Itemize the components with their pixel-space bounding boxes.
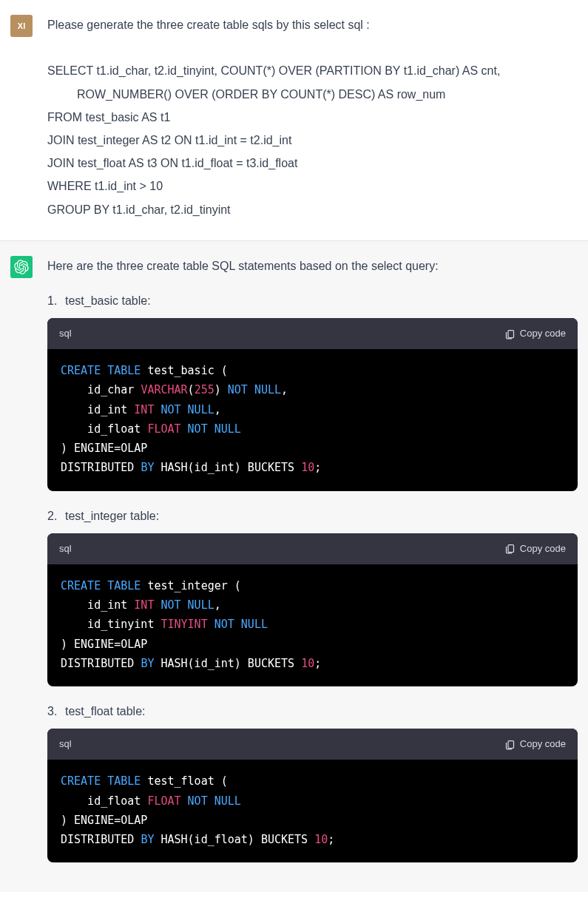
list-number: 3. bbox=[47, 701, 58, 721]
openai-logo-icon bbox=[14, 260, 29, 274]
code-header: sql Copy code bbox=[47, 318, 578, 349]
assistant-message: Here are the three create table SQL stat… bbox=[0, 241, 588, 893]
assistant-avatar bbox=[10, 256, 33, 278]
list-label: test_integer table: bbox=[65, 506, 159, 526]
svg-rect-2 bbox=[508, 740, 514, 748]
list-item-3: 3. test_float table: bbox=[47, 701, 578, 721]
user-sql-line: ROW_NUMBER() OVER (ORDER BY COUNT(*) DES… bbox=[47, 84, 578, 104]
copy-code-label: Copy code bbox=[520, 325, 566, 342]
svg-rect-1 bbox=[508, 545, 514, 553]
copy-code-button[interactable]: Copy code bbox=[504, 541, 566, 557]
clipboard-icon bbox=[504, 328, 516, 340]
list-number: 2. bbox=[47, 506, 58, 526]
code-header: sql Copy code bbox=[47, 533, 578, 564]
copy-code-button[interactable]: Copy code bbox=[504, 736, 566, 752]
user-sql-line: JOIN test_float AS t3 ON t1.id_float = t… bbox=[47, 153, 578, 173]
copy-code-label: Copy code bbox=[520, 541, 566, 557]
user-message: XI Please generate the three create tabl… bbox=[0, 0, 588, 241]
code-header: sql Copy code bbox=[47, 729, 578, 760]
copy-code-label: Copy code bbox=[520, 736, 566, 752]
list-label: test_basic table: bbox=[65, 291, 151, 311]
clipboard-icon bbox=[504, 739, 516, 750]
code-lang-label: sql bbox=[59, 325, 72, 342]
code-body[interactable]: CREATE TABLE test_integer ( id_int INT N… bbox=[47, 564, 578, 686]
clipboard-icon bbox=[504, 543, 516, 554]
code-block-3: sql Copy code CREATE TABLE test_float ( … bbox=[47, 729, 578, 862]
user-sql-line: FROM test_basic AS t1 bbox=[47, 107, 578, 127]
user-sql-line: JOIN test_integer AS t2 ON t1.id_int = t… bbox=[47, 130, 578, 150]
user-sql-line: WHERE t1.id_int > 10 bbox=[47, 176, 578, 196]
list-item-1: 1. test_basic table: bbox=[47, 291, 578, 311]
code-block-1: sql Copy code CREATE TABLE test_basic ( … bbox=[47, 318, 578, 491]
assistant-intro: Here are the three create table SQL stat… bbox=[47, 256, 578, 276]
user-content: Please generate the three create table s… bbox=[47, 15, 578, 223]
code-lang-label: sql bbox=[59, 541, 72, 557]
assistant-content: Here are the three create table SQL stat… bbox=[47, 256, 578, 875]
user-prompt-intro: Please generate the three create table s… bbox=[47, 15, 578, 35]
list-label: test_float table: bbox=[65, 701, 146, 721]
list-number: 1. bbox=[47, 291, 58, 311]
list-item-2: 2. test_integer table: bbox=[47, 506, 578, 526]
copy-code-button[interactable]: Copy code bbox=[504, 325, 566, 342]
code-lang-label: sql bbox=[59, 736, 72, 752]
code-body[interactable]: CREATE TABLE test_float ( id_float FLOAT… bbox=[47, 760, 578, 862]
code-block-2: sql Copy code CREATE TABLE test_integer … bbox=[47, 533, 578, 686]
code-body[interactable]: CREATE TABLE test_basic ( id_char VARCHA… bbox=[47, 349, 578, 491]
user-avatar: XI bbox=[10, 15, 33, 37]
user-sql-line: GROUP BY t1.id_char, t2.id_tinyint bbox=[47, 200, 578, 220]
user-avatar-label: XI bbox=[18, 21, 25, 30]
user-sql-line: SELECT t1.id_char, t2.id_tinyint, COUNT(… bbox=[47, 61, 578, 81]
svg-rect-0 bbox=[508, 330, 514, 337]
